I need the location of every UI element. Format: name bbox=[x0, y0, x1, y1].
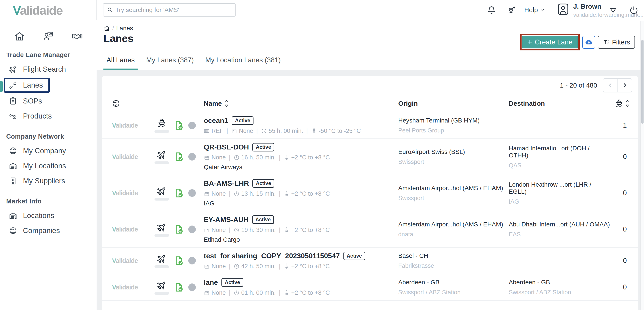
export-download-button[interactable] bbox=[582, 36, 595, 49]
sidebar-item-label: Lanes bbox=[23, 81, 43, 89]
clock-icon bbox=[234, 191, 240, 197]
global-search[interactable] bbox=[103, 3, 236, 17]
document-check-icon bbox=[174, 224, 184, 234]
home-icon[interactable] bbox=[14, 31, 25, 42]
origin-primary: Aberdeen - GB bbox=[398, 279, 509, 286]
tab-my-location-lanes-381[interactable]: My Location Lanes (381) bbox=[202, 56, 284, 70]
origin-cell: Basel - CH Fabrikstrasse bbox=[398, 252, 509, 269]
lane-name[interactable]: BA-AMS-LHR bbox=[204, 179, 249, 187]
table-row[interactable]: Validaide ocean1 Active REF|None|55 h. 0… bbox=[102, 112, 638, 139]
breadcrumb-separator: / bbox=[112, 25, 114, 32]
sidebar-nav: Trade Lane Manager Flight Search Lanes S… bbox=[0, 51, 96, 238]
table-row[interactable]: Validaide test_for sharing_COPY_20230501… bbox=[102, 248, 638, 274]
lane-name[interactable]: QR-BSL-DOH bbox=[204, 143, 249, 151]
destination-secondary: IAG bbox=[509, 198, 610, 205]
thermo-icon bbox=[284, 191, 290, 197]
transport-cell bbox=[150, 280, 174, 295]
destination-primary: Abu Dhabi Intern...ort (AUH / OMAA) bbox=[509, 221, 610, 228]
tab-my-lanes-387[interactable]: My Lanes (387) bbox=[143, 56, 197, 70]
avatar-icon bbox=[556, 3, 570, 17]
table-header: Name Origin Destination bbox=[102, 95, 638, 112]
handshake-icon[interactable] bbox=[72, 31, 83, 42]
sidebar-item-my-locations[interactable]: My Locations bbox=[0, 158, 96, 173]
lane-name[interactable]: EY-AMS-AUH bbox=[204, 216, 249, 224]
origin-cell: Amsterdam Airpor...hol (AMS / EHAM) Swis… bbox=[398, 185, 509, 202]
scrollbar-thumb[interactable] bbox=[641, 40, 644, 124]
sidebar-section: Market Info Locations Companies bbox=[0, 198, 96, 238]
notifications-bell-icon[interactable] bbox=[487, 5, 496, 15]
help-menu[interactable]: Help bbox=[524, 6, 545, 14]
sidebar: Trade Lane Manager Flight Search Lanes S… bbox=[0, 20, 96, 310]
clock-icon bbox=[234, 263, 240, 269]
sidebar-item-lanes[interactable]: Lanes bbox=[4, 78, 50, 93]
lane-cell: test_for sharing_COPY_20230501150547 Act… bbox=[204, 252, 398, 270]
plane-icon bbox=[157, 222, 167, 232]
lane-details: None|13 h. 15 min.|+2 °C to +8 °C bbox=[204, 190, 398, 197]
table-row[interactable]: Validaide lane Active None|01 h. 00 min.… bbox=[102, 274, 638, 301]
column-destination[interactable]: Destination bbox=[509, 100, 610, 107]
status-badge: Active bbox=[252, 143, 274, 151]
destination-secondary: Swissport / ABZ Station bbox=[509, 289, 610, 296]
filters-button[interactable]: Filters bbox=[598, 36, 635, 49]
sidebar-item-flight-search[interactable]: Flight Search bbox=[0, 62, 96, 77]
carrier-name: IAG bbox=[204, 200, 398, 207]
globe-icon bbox=[9, 147, 17, 155]
destination-cell: Aberdeen - GB Swissport / ABZ Station bbox=[509, 279, 610, 296]
lane-name[interactable]: test_for sharing_COPY_20230501150547 bbox=[204, 252, 340, 260]
sidebar-item-locations[interactable]: Locations bbox=[0, 208, 96, 223]
origin-primary: Amsterdam Airpor...hol (AMS / EHAM) bbox=[398, 221, 509, 228]
globe-icon bbox=[9, 226, 17, 235]
destination-cell: Hamad Internatio...ort (DOH / OTHH) QAS bbox=[509, 145, 610, 169]
column-shipments[interactable] bbox=[610, 99, 631, 108]
tab-all-lanes[interactable]: All Lanes bbox=[104, 56, 138, 70]
lane-cell: ocean1 Active REF|None|55 h. 00 min.|-50… bbox=[204, 116, 398, 134]
sidebar-item-products[interactable]: Products bbox=[0, 109, 96, 124]
sort-icon bbox=[224, 100, 229, 107]
thermo-icon bbox=[284, 155, 290, 161]
topbar: Validaide Help J. Brown validaide.forwar… bbox=[0, 0, 644, 20]
table-row[interactable]: Validaide EY-AMS-AUH Active None|19 h. 3… bbox=[102, 211, 638, 248]
search-input[interactable] bbox=[115, 7, 232, 14]
create-lane-button[interactable]: + Create Lane bbox=[522, 36, 578, 49]
pagination-next-button[interactable] bbox=[618, 79, 632, 92]
document-check-icon bbox=[174, 256, 184, 265]
column-name[interactable]: Name bbox=[204, 100, 398, 107]
status-dot bbox=[188, 225, 196, 233]
document-check-icon bbox=[174, 121, 184, 130]
sidebar-item-label: Flight Search bbox=[23, 65, 66, 73]
destination-primary: Aberdeen - GB bbox=[509, 279, 610, 286]
clock-icon bbox=[261, 128, 267, 134]
pagination-prev-button[interactable] bbox=[603, 79, 618, 92]
user-caret-down-icon[interactable] bbox=[609, 7, 617, 14]
integrations-layers-icon[interactable] bbox=[506, 5, 516, 15]
topbar-divider bbox=[96, 0, 96, 20]
sidebar-item-companies[interactable]: Companies bbox=[0, 223, 96, 238]
clipboard-icon bbox=[9, 97, 17, 105]
page-actions: + Create Lane Filters bbox=[520, 34, 635, 50]
share-user-icon[interactable] bbox=[43, 31, 54, 42]
sidebar-item-my-suppliers[interactable]: My Suppliers bbox=[0, 173, 96, 188]
sidebar-item-my-company[interactable]: My Company bbox=[0, 143, 96, 158]
validaide-watermark: Validaide bbox=[112, 189, 150, 197]
sidebar-item-label: SOPs bbox=[23, 97, 42, 105]
lane-name[interactable]: lane bbox=[204, 278, 218, 286]
lane-details: None|16 h. 50 min.|+2 °C to +8 °C bbox=[204, 154, 398, 161]
table-row[interactable]: Validaide BA-AMS-LHR Active None|13 h. 1… bbox=[102, 175, 638, 211]
table-row[interactable]: Validaide QR-BSL-DOH Active None|16 h. 5… bbox=[102, 139, 638, 175]
status-dot bbox=[188, 122, 196, 129]
breadcrumb: / Lanes bbox=[104, 25, 133, 32]
lane-details: None|19 h. 30 min.|+2 °C to +8 °C bbox=[204, 227, 398, 233]
column-origin[interactable]: Origin bbox=[398, 100, 509, 107]
lane-name[interactable]: ocean1 bbox=[204, 117, 228, 125]
box-icon bbox=[204, 227, 210, 233]
origin-primary: EuroAirport Swiss (BSL) bbox=[398, 148, 509, 155]
content-background: 1 - 20 of 480 Name bbox=[96, 70, 644, 310]
sidebar-item-sops[interactable]: SOPs bbox=[0, 94, 96, 109]
logout-power-icon[interactable] bbox=[629, 5, 639, 15]
lane-details: None|42 h. 50 min.|+2 °C to +8 °C bbox=[204, 263, 398, 270]
sidebar-section: Company Network My Company My Locations … bbox=[0, 133, 96, 188]
origin-cell: Heysham Terminal (GB HYM) Peel Ports Gro… bbox=[398, 117, 509, 134]
validaide-watermark: Validaide bbox=[112, 284, 150, 291]
status-badge: Active bbox=[252, 215, 274, 224]
breadcrumb-home-icon[interactable] bbox=[104, 25, 110, 32]
